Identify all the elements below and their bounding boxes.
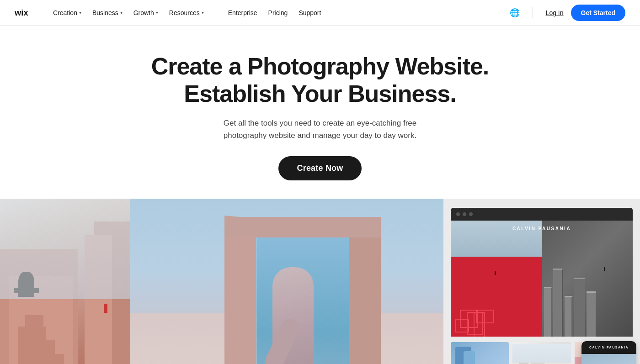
chevron-down-icon: ▾ — [202, 10, 204, 15]
nav-creation-label: Creation — [53, 9, 77, 16]
logo[interactable]: wix — [15, 8, 36, 18]
navbar: wix Creation ▾ Business ▾ Growth ▾ Resou… — [0, 0, 640, 26]
login-link[interactable]: Log In — [546, 9, 564, 16]
phone-name: CALVIN PAUSANIA — [589, 346, 629, 349]
nav-right: 🌐 Log In Get Started — [510, 5, 625, 21]
create-now-button[interactable]: Create Now — [278, 156, 361, 180]
chevron-down-icon: ▾ — [156, 10, 158, 15]
chevron-down-icon: ▾ — [120, 10, 123, 15]
nav-divider-right — [533, 7, 533, 18]
phone-mockup: CALVIN PAUSANIA — [581, 341, 636, 364]
browser-dot-3 — [469, 212, 473, 216]
image-center-sculpture — [130, 199, 443, 364]
center-bg — [130, 199, 443, 364]
images-section: CALVIN PAUSANIA — [0, 199, 640, 364]
nav-item-creation[interactable]: Creation ▾ — [48, 6, 86, 19]
browser-content: CALVIN PAUSANIA — [451, 221, 633, 337]
photographer-name-overlay: CALVIN PAUSANIA — [451, 226, 633, 231]
image-right-mockup: CALVIN PAUSANIA — [443, 199, 640, 364]
browser-content-inner — [451, 221, 633, 337]
svg-text:wix: wix — [15, 8, 28, 17]
browser-mockup: CALVIN PAUSANIA — [451, 208, 633, 337]
chevron-down-icon: ▾ — [79, 10, 81, 15]
phone-content — [581, 354, 636, 364]
hero-title: Create a Photography Website. Establish … — [142, 53, 498, 108]
nav-item-support[interactable]: Support — [294, 6, 325, 19]
image-left-architecture — [0, 199, 130, 364]
get-started-button[interactable]: Get Started — [571, 5, 625, 21]
nav-resources-label: Resources — [169, 9, 200, 16]
nav-item-business[interactable]: Business ▾ — [88, 6, 127, 19]
thumbnail-2 — [512, 342, 571, 364]
browser-dot-1 — [456, 212, 460, 216]
browser-top-bar — [451, 208, 633, 221]
nav-growth-label: Growth — [133, 9, 154, 16]
nav-item-enterprise[interactable]: Enterprise — [224, 6, 262, 19]
nav-divider — [216, 7, 216, 18]
browser-dot-2 — [463, 212, 466, 216]
thumbnail-1 — [451, 342, 509, 364]
hero-subtitle: Get all the tools you need to create an … — [206, 117, 434, 142]
mockup-left-maze — [451, 221, 542, 337]
mockup-right-columns — [542, 221, 633, 337]
nav-item-pricing[interactable]: Pricing — [264, 6, 293, 19]
hero-section: Create a Photography Website. Establish … — [0, 26, 640, 199]
nav-business-label: Business — [92, 9, 118, 16]
globe-icon[interactable]: 🌐 — [510, 8, 520, 18]
nav-item-growth[interactable]: Growth ▾ — [129, 6, 163, 19]
nav-links: Creation ▾ Business ▾ Growth ▾ Resources… — [48, 6, 510, 19]
nav-item-resources[interactable]: Resources ▾ — [165, 6, 208, 19]
left-bg — [0, 199, 130, 364]
phone-header: CALVIN PAUSANIA — [581, 341, 636, 354]
